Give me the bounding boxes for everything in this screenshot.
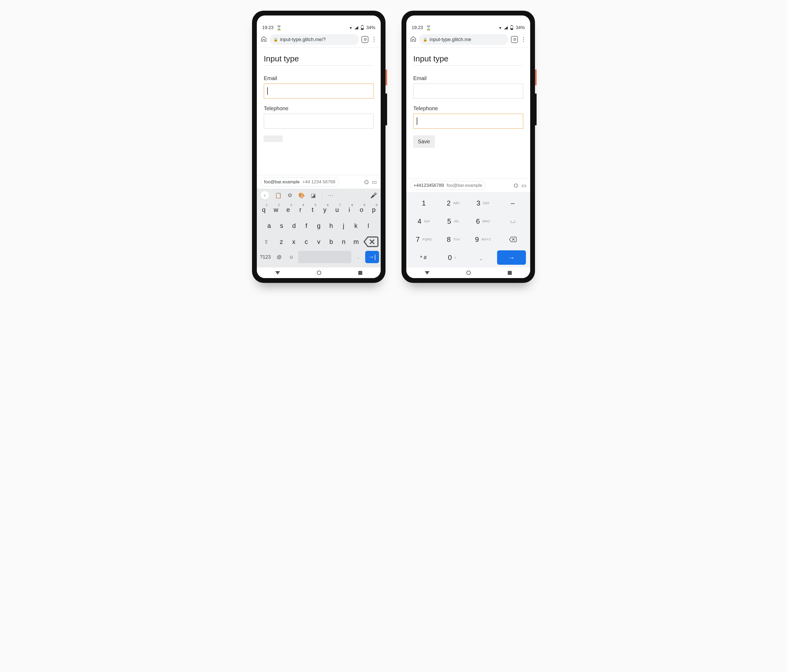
collapse-icon[interactable]: ‹: [261, 191, 269, 200]
key-q[interactable]: 1q: [258, 203, 269, 217]
star-hash-key[interactable]: * #: [409, 250, 438, 265]
tab-switcher[interactable]: :D: [362, 36, 368, 43]
volume-rocker: [386, 93, 387, 125]
num-7-key[interactable]: 7PQRS: [409, 232, 439, 247]
autofill-suggestion-bar: +44123456789 foo@bar.example ⌬ ▭: [406, 178, 530, 192]
telephone-input[interactable]: [413, 114, 523, 129]
nav-back-icon[interactable]: [425, 271, 430, 274]
key-h[interactable]: h: [326, 219, 337, 233]
key-g[interactable]: g: [313, 219, 324, 233]
creditcard-icon[interactable]: ▭: [522, 182, 526, 189]
key-l[interactable]: l: [363, 219, 374, 233]
tab-switcher[interactable]: :D: [511, 36, 518, 43]
wifi-icon: ▾: [350, 25, 352, 30]
period-key[interactable]: .: [467, 250, 495, 265]
key-icon[interactable]: ⌬: [364, 179, 369, 185]
num-9-key[interactable]: 9WXYZ: [468, 232, 498, 247]
theme-palette-icon[interactable]: 🎨: [298, 192, 305, 199]
num-2-key[interactable]: 2ABC: [439, 196, 468, 210]
chrome-toolbar: 🔒 input-type.glitch.me/? :D ⋮: [257, 32, 381, 48]
num-5-key[interactable]: 5JKL: [439, 214, 468, 229]
key-o[interactable]: 9o: [356, 203, 367, 217]
url-text: input-type.glitch.me/?: [280, 37, 326, 43]
nav-home-icon[interactable]: [317, 271, 321, 275]
save-button[interactable]: Save: [413, 136, 435, 148]
android-navbar: [406, 267, 530, 278]
clipboard-icon[interactable]: 📋: [275, 192, 282, 199]
lock-icon: 🔒: [273, 37, 278, 42]
key-m[interactable]: m: [351, 235, 362, 249]
key-y[interactable]: 6y: [319, 203, 330, 217]
key-d[interactable]: d: [289, 219, 299, 233]
android-navbar: [257, 267, 381, 278]
enter-key[interactable]: →: [497, 250, 526, 265]
url-text: input-type.glitch.me: [430, 37, 471, 43]
key-icon[interactable]: ⌬: [514, 182, 518, 189]
key-x[interactable]: x: [288, 235, 299, 249]
email-input[interactable]: [413, 84, 523, 98]
key-k[interactable]: k: [351, 219, 361, 233]
key-c[interactable]: c: [301, 235, 312, 249]
num-0-key[interactable]: 0+: [438, 250, 467, 265]
omnibox[interactable]: 🔒 input-type.glitch.me/?: [270, 34, 359, 45]
num-6-key[interactable]: 6MNO: [468, 214, 498, 229]
overflow-menu-icon[interactable]: ⋮: [371, 36, 377, 43]
page-title: Input type: [413, 54, 523, 63]
omnibox[interactable]: 🔒 input-type.glitch.me: [419, 34, 508, 45]
key-b[interactable]: b: [326, 235, 337, 249]
emoji-key[interactable]: ☺: [286, 251, 297, 263]
autofill-chip[interactable]: +44123456789 foo@bar.example: [410, 181, 485, 190]
space-key[interactable]: ⌴: [498, 214, 528, 229]
mic-off-icon[interactable]: 🎤̸: [370, 192, 377, 199]
num-8-key[interactable]: 8TUV: [439, 232, 468, 247]
key-v[interactable]: v: [313, 235, 324, 249]
at-key[interactable]: @: [274, 251, 284, 263]
num-3-key[interactable]: 3DEF: [468, 196, 498, 210]
key-e[interactable]: 3e: [283, 203, 294, 217]
spacebar-key[interactable]: [298, 251, 351, 263]
num-4-key[interactable]: 4GHI: [409, 214, 439, 229]
overflow-menu-icon[interactable]: ⋮: [521, 36, 526, 43]
backspace-key[interactable]: [498, 232, 528, 247]
key-s[interactable]: s: [276, 219, 287, 233]
settings-gear-icon[interactable]: ⚙: [288, 192, 292, 199]
nav-recents-icon[interactable]: [508, 271, 512, 275]
save-button-partial[interactable]: [264, 136, 283, 142]
email-label: Email: [413, 75, 523, 81]
telephone-input[interactable]: [264, 114, 374, 129]
key-t[interactable]: 5t: [307, 203, 318, 217]
key-i[interactable]: 8i: [344, 203, 355, 217]
period-key[interactable]: .: [353, 251, 363, 263]
symbols-key[interactable]: ?123: [258, 251, 272, 263]
qwerty-keyboard: 1q2w3e4r5t6y7u8i9o0p asdfghjkl ⇧ zxcvbnm…: [257, 202, 381, 267]
key-r[interactable]: 4r: [295, 203, 306, 217]
key-p[interactable]: 0p: [368, 203, 379, 217]
more-icon[interactable]: ⋯: [328, 192, 333, 199]
nav-home-icon[interactable]: [466, 271, 471, 275]
key-z[interactable]: z: [276, 235, 287, 249]
autofill-chip[interactable]: foo@bar.example +44 1234 56789: [261, 177, 339, 186]
dash-key[interactable]: –: [498, 196, 528, 210]
key-u[interactable]: 7u: [332, 203, 343, 217]
key-f[interactable]: f: [301, 219, 311, 233]
key-j[interactable]: j: [338, 219, 349, 233]
separator: [322, 192, 322, 199]
nav-recents-icon[interactable]: [358, 271, 362, 275]
phone-right: 19:23 ⌛ ▾ 34% 🔒 input-type.glitch.me :D …: [401, 11, 535, 283]
keyboard-toolbar: ‹ 📋 ⚙ 🎨 ◪ ⋯ 🎤̸: [257, 189, 381, 202]
key-a[interactable]: a: [264, 219, 275, 233]
creditcard-icon[interactable]: ▭: [372, 179, 377, 185]
email-field-group: Email: [413, 75, 523, 98]
one-handed-icon[interactable]: ◪: [311, 192, 316, 199]
key-w[interactable]: 2w: [271, 203, 281, 217]
home-icon[interactable]: [410, 36, 416, 43]
backspace-key[interactable]: [363, 235, 379, 249]
email-input[interactable]: [264, 84, 374, 98]
enter-key[interactable]: →|: [365, 251, 379, 263]
home-icon[interactable]: [261, 36, 267, 43]
shift-key[interactable]: ⇧: [258, 235, 275, 249]
key-n[interactable]: n: [338, 235, 349, 249]
battery-percent: 34%: [516, 25, 525, 30]
num-1-key[interactable]: 1: [409, 196, 439, 210]
nav-back-icon[interactable]: [275, 271, 280, 274]
